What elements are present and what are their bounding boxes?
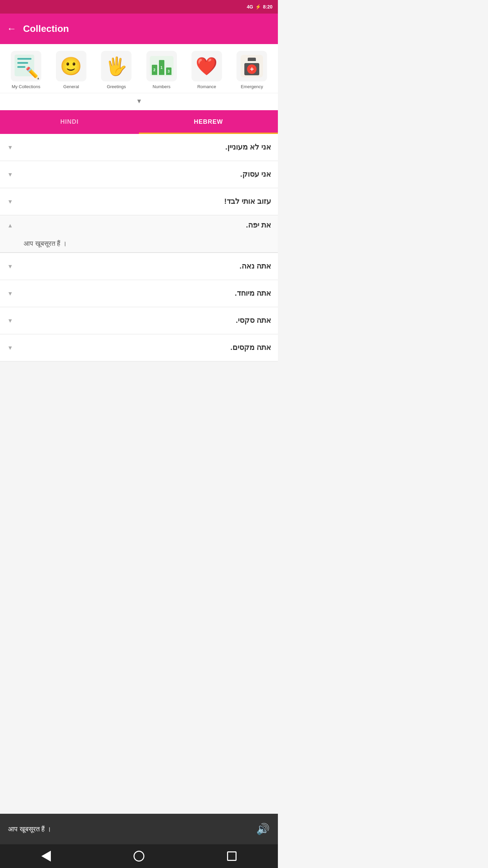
category-my-collections[interactable]: ✏️ My Collections: [7, 51, 45, 90]
category-numbers[interactable]: 2 1 3 Numbers: [143, 51, 180, 90]
category-label-general: General: [63, 84, 79, 90]
general-icon: 🙂: [60, 56, 82, 77]
header-title: Collection: [23, 23, 69, 34]
general-icon-wrap: 🙂: [56, 51, 86, 81]
categories-row: ✏️ My Collections 🙂 General 🖐️ Greetings…: [0, 44, 278, 93]
category-label-my-collections: My Collections: [12, 84, 40, 90]
expand-icon-3: ▾: [0, 197, 20, 205]
category-emergency[interactable]: + Emergency: [233, 51, 270, 90]
tab-hebrew[interactable]: HEBREW: [139, 110, 278, 134]
phrase-row-4[interactable]: ▴ את יפה. आप खूबसूरत हैं ।: [0, 215, 278, 253]
expand-icon-1: ▾: [0, 143, 20, 151]
phrase-hebrew-6: אתה מיוחד.: [20, 283, 278, 303]
expand-icon-6: ▾: [0, 289, 20, 297]
phrase-hebrew-5: אתה נאה.: [20, 256, 278, 276]
romance-icon: ❤️: [196, 56, 218, 77]
expand-categories-row[interactable]: ▾: [0, 93, 278, 110]
expand-icon-2: ▾: [0, 170, 20, 178]
chevron-down-icon: ▾: [137, 97, 141, 105]
category-label-greetings: Greetings: [107, 84, 126, 90]
category-label-emergency: Emergency: [241, 84, 263, 90]
phrase-row-5[interactable]: ▾ אתה נאה.: [0, 253, 278, 280]
collapse-icon-4: ▴: [0, 221, 20, 229]
tab-hindi-label: HINDI: [60, 118, 79, 125]
category-romance[interactable]: ❤️ Romance: [188, 51, 225, 90]
phrase-list: ▾ אני לא מעוניין. ▾ אני עסוק. ▾ עזוב אות…: [0, 134, 278, 361]
category-label-romance: Romance: [197, 84, 216, 90]
phrase-row-2[interactable]: ▾ אני עסוק.: [0, 161, 278, 188]
greetings-icon-wrap: 🖐️: [101, 51, 131, 81]
my-collections-icon-wrap: ✏️: [11, 51, 41, 81]
phrase-hindi-4: आप खूबसूरत हैं ।: [0, 235, 278, 253]
tab-hebrew-label: HEBREW: [194, 118, 223, 125]
greetings-icon: 🖐️: [105, 56, 127, 77]
phrase-hebrew-7: אתה סקסי.: [20, 311, 278, 330]
status-icons: 4G ⚡ 8:20: [247, 4, 272, 9]
phrase-hebrew-1: אני לא מעוניין.: [20, 137, 278, 157]
expand-icon-7: ▾: [0, 316, 20, 324]
category-label-numbers: Numbers: [152, 84, 170, 90]
phrase-row-1[interactable]: ▾ אני לא מעוניין.: [0, 134, 278, 161]
expand-icon-5: ▾: [0, 262, 20, 270]
tab-hindi[interactable]: HINDI: [0, 110, 139, 134]
phrase-hebrew-8: אתה מקסים.: [20, 338, 278, 357]
romance-icon-wrap: ❤️: [191, 51, 222, 81]
time-label: 8:20: [263, 4, 272, 9]
battery-icon: ⚡: [255, 4, 261, 9]
emergency-icon-wrap: +: [237, 51, 267, 81]
phrase-hebrew-4: את יפה.: [20, 215, 278, 235]
pencil-icon: ✏️: [25, 66, 40, 80]
network-label: 4G: [247, 4, 253, 9]
category-general[interactable]: 🙂 General: [53, 51, 90, 90]
phrase-row-6[interactable]: ▾ אתה מיוחד.: [0, 280, 278, 307]
header: ← Collection: [0, 14, 278, 44]
status-bar: 4G ⚡ 8:20: [0, 0, 278, 14]
category-greetings[interactable]: 🖐️ Greetings: [98, 51, 135, 90]
tab-bar: HINDI HEBREW: [0, 110, 278, 134]
phrase-hebrew-3: עזוב אותי לבד!: [20, 192, 278, 211]
numbers-icon-wrap: 2 1 3: [146, 51, 177, 81]
phrase-hebrew-2: אני עסוק.: [20, 164, 278, 184]
phrase-row-8[interactable]: ▾ אתה מקסים.: [0, 334, 278, 361]
expand-icon-8: ▾: [0, 343, 20, 352]
back-button[interactable]: ←: [7, 23, 16, 34]
phrase-row-3[interactable]: ▾ עזוב אותי לבד!: [0, 188, 278, 215]
phrase-row-7[interactable]: ▾ אתה סקסי.: [0, 307, 278, 334]
